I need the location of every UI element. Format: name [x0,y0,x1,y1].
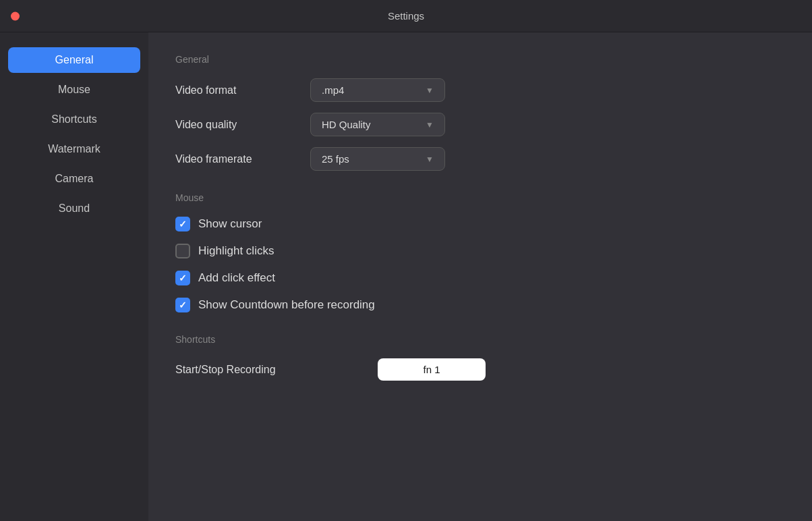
video-quality-value: HD Quality [322,119,371,130]
video-quality-label: Video quality [175,119,310,131]
highlight-clicks-label: Highlight clicks [198,244,274,258]
general-settings-group: General Video format .mp4 ▼ Video qualit… [175,54,785,171]
add-click-effect-row: ✓ Add click effect [175,271,785,285]
video-format-label: Video format [175,84,310,97]
show-cursor-label: Show cursor [198,217,262,231]
sidebar: General Mouse Shortcuts Watermark Camera… [0,32,148,521]
sidebar-item-general[interactable]: General [8,47,140,73]
traffic-lights [11,11,20,20]
video-format-arrow-icon: ▼ [426,86,434,95]
content-area: General Video format .mp4 ▼ Video qualit… [148,32,812,521]
add-click-effect-label: Add click effect [198,271,275,285]
checkmark-icon: ✓ [179,219,187,229]
close-button[interactable] [11,11,20,20]
window-title: Settings [388,10,424,22]
show-cursor-row: ✓ Show cursor [175,217,785,231]
video-format-value: .mp4 [322,84,344,96]
sidebar-item-camera[interactable]: Camera [8,166,140,192]
video-framerate-row: Video framerate 25 fps ▼ [175,147,785,171]
video-framerate-value: 25 fps [322,153,349,165]
video-quality-dropdown[interactable]: HD Quality ▼ [310,113,445,136]
video-framerate-label: Video framerate [175,153,310,165]
general-section-title: General [175,54,785,65]
mouse-section-title: Mouse [175,192,785,203]
main-layout: General Mouse Shortcuts Watermark Camera… [0,32,812,521]
highlight-clicks-row: Highlight clicks [175,244,785,258]
video-framerate-arrow-icon: ▼ [426,155,434,164]
start-stop-key[interactable]: fn 1 [378,358,486,381]
video-quality-arrow-icon: ▼ [426,120,434,130]
show-cursor-checkbox[interactable]: ✓ [175,217,190,231]
show-countdown-label: Show Countdown before recording [198,298,375,312]
video-format-dropdown[interactable]: .mp4 ▼ [310,78,445,102]
mouse-settings-group: Mouse ✓ Show cursor Highlight clicks ✓ A… [175,192,785,312]
shortcuts-section-title: Shortcuts [175,334,785,345]
sidebar-item-watermark[interactable]: Watermark [8,136,140,162]
video-format-row: Video format .mp4 ▼ [175,78,785,102]
video-framerate-dropdown[interactable]: 25 fps ▼ [310,147,445,171]
sidebar-item-mouse[interactable]: Mouse [8,77,140,103]
show-countdown-row: ✓ Show Countdown before recording [175,298,785,312]
add-click-effect-checkbox[interactable]: ✓ [175,271,190,285]
shortcuts-settings-group: Shortcuts Start/Stop Recording fn 1 [175,334,785,381]
sidebar-item-sound[interactable]: Sound [8,196,140,221]
start-stop-label: Start/Stop Recording [175,364,378,376]
start-stop-row: Start/Stop Recording fn 1 [175,358,785,381]
titlebar: Settings [0,0,812,32]
checkmark-icon: ✓ [179,273,187,283]
checkmark-icon: ✓ [179,300,187,310]
video-quality-row: Video quality HD Quality ▼ [175,113,785,136]
sidebar-item-shortcuts[interactable]: Shortcuts [8,107,140,132]
show-countdown-checkbox[interactable]: ✓ [175,298,190,312]
highlight-clicks-checkbox[interactable] [175,244,190,258]
